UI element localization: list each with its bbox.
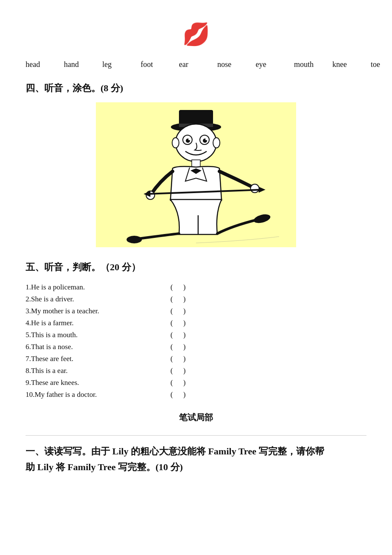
word-hand: hand: [64, 60, 102, 69]
list-item: 4.He is a farmer. ( ): [26, 319, 366, 327]
section1-line1: 一、读读写写。由于 Lily 的粗心大意没能将 Family Tree 写完整，…: [26, 446, 324, 457]
bracket-1: ( ): [170, 283, 190, 292]
listen-text-8: 8.This is a ear.: [26, 367, 153, 375]
list-item: 1.He is a policeman. ( ): [26, 283, 366, 292]
list-item: 7.These are feet. ( ): [26, 355, 366, 363]
bracket-3: ( ): [170, 307, 190, 315]
svg-point-19: [127, 236, 142, 243]
bracket-9: ( ): [170, 379, 190, 387]
word-foot: foot: [141, 60, 179, 69]
word-head: head: [26, 60, 64, 69]
listen-items: 1.He is a policeman. ( ) 2.She is a driv…: [26, 283, 366, 399]
bracket-5: ( ): [170, 331, 190, 339]
word-eye: eye: [256, 60, 294, 69]
figure-area: [26, 102, 366, 247]
listen-text-9: 9.These are knees.: [26, 379, 153, 387]
listen-text-10: 10.My father is a doctor.: [26, 390, 153, 399]
list-item: 8.This is a ear. ( ): [26, 367, 366, 375]
list-item: 9.These are knees. ( ): [26, 379, 366, 387]
cartoon-man-svg: [96, 102, 296, 247]
bracket-8: ( ): [170, 367, 190, 375]
bracket-7: ( ): [170, 355, 190, 363]
list-item: 2.She is a driver. ( ): [26, 295, 366, 304]
svg-point-10: [205, 139, 207, 140]
center-label: 笔试局部: [26, 412, 366, 423]
bracket-2: ( ): [170, 295, 190, 304]
list-item: 3.My mother is a teacher. ( ): [26, 307, 366, 315]
listen-text-5: 5.This is a mouth.: [26, 331, 153, 339]
list-item: 5.This is a mouth. ( ): [26, 331, 366, 339]
word-ear: ear: [179, 60, 217, 69]
word-leg: leg: [102, 60, 141, 69]
bracket-6: ( ): [170, 343, 190, 351]
word-row: head hand leg foot ear nose eye mouth kn…: [26, 60, 366, 69]
lip-icon: 💋: [26, 21, 366, 47]
section5-title: 五、听音，判断。（20 分）: [26, 261, 366, 274]
svg-point-15: [251, 184, 259, 193]
section1-title: 一、读读写写。由于 Lily 的粗心大意没能将 Family Tree 写完整，…: [26, 443, 366, 475]
svg-point-12: [213, 138, 220, 148]
listen-text-7: 7.These are feet.: [26, 355, 153, 363]
svg-point-11: [172, 138, 179, 148]
word-mouth: mouth: [294, 60, 332, 69]
list-item: 10.My father is a doctor. ( ): [26, 390, 366, 399]
listen-text-4: 4.He is a farmer.: [26, 319, 153, 327]
word-knee: knee: [332, 60, 371, 69]
listen-text-1: 1.He is a policeman.: [26, 283, 153, 292]
bracket-4: ( ): [170, 319, 190, 327]
divider: [26, 435, 366, 436]
listen-text-2: 2.She is a driver.: [26, 295, 153, 304]
word-toe: toe: [371, 60, 392, 69]
section1-line2: 助 Lily 将 Family Tree 写完整。(10 分): [26, 462, 183, 472]
bracket-10: ( ): [170, 390, 190, 399]
section4-title: 四、听音，涂色。(8 分): [26, 82, 366, 95]
listen-text-6: 6.That is a nose.: [26, 343, 153, 351]
list-item: 6.That is a nose. ( ): [26, 343, 366, 351]
figure-box: [96, 102, 296, 247]
word-nose: nose: [217, 60, 256, 69]
listen-text-3: 3.My mother is a teacher.: [26, 307, 153, 315]
svg-point-9: [188, 139, 190, 140]
